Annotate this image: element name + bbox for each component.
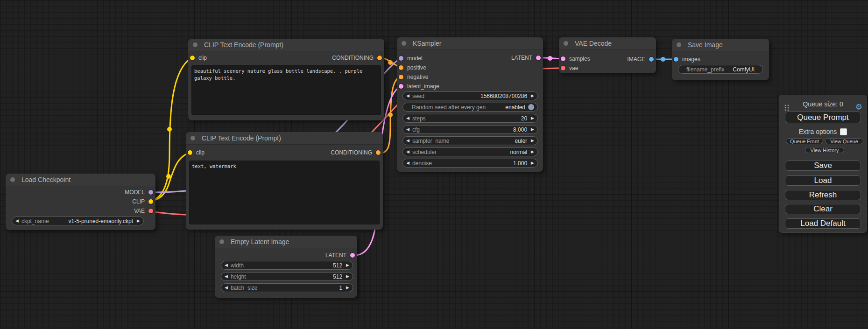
input-port-samples[interactable]: samples bbox=[561, 55, 590, 63]
collapse-dot-icon[interactable] bbox=[564, 41, 568, 46]
height-widget[interactable]: ◀ height 512 ▶ bbox=[221, 272, 353, 281]
batch-size-widget[interactable]: ◀ batch_size 1 ▶ bbox=[221, 283, 353, 292]
node-title-bar[interactable]: KSampler bbox=[397, 37, 543, 50]
widget-value[interactable]: normal bbox=[510, 149, 527, 155]
collapse-dot-icon[interactable] bbox=[402, 41, 406, 46]
node-clip-text-encode-negative[interactable]: CLIP Text Encode (Prompt) clip CONDITION… bbox=[186, 132, 383, 230]
node-title-bar[interactable]: CLIP Text Encode (Prompt) bbox=[188, 39, 384, 51]
vae-port-icon[interactable] bbox=[561, 66, 565, 70]
clip-port-icon[interactable] bbox=[148, 199, 153, 204]
collapse-dot-icon[interactable] bbox=[191, 136, 195, 140]
increment-arrow-icon[interactable]: ▶ bbox=[531, 91, 534, 100]
queue-prompt-button[interactable]: Queue Prompt bbox=[785, 112, 861, 123]
widget-value[interactable]: 1 bbox=[339, 285, 342, 291]
increment-arrow-icon[interactable]: ▶ bbox=[531, 136, 534, 145]
model-port-icon[interactable] bbox=[399, 56, 403, 61]
increment-arrow-icon[interactable]: ▶ bbox=[531, 147, 534, 156]
widget-value[interactable]: 1.000 bbox=[513, 160, 527, 167]
node-title-bar[interactable]: Load Checkpoint bbox=[6, 174, 155, 186]
node-ksampler[interactable]: KSampler model positive negative latent_… bbox=[397, 37, 543, 172]
decrement-arrow-icon[interactable]: ◀ bbox=[406, 136, 409, 145]
input-port-clip[interactable]: clip bbox=[188, 149, 205, 156]
output-port-clip[interactable]: CLIP bbox=[132, 198, 153, 205]
gear-icon[interactable]: ⚙ bbox=[855, 103, 862, 111]
decrement-arrow-icon[interactable]: ◀ bbox=[225, 283, 228, 292]
sampler-name-widget[interactable]: ◀ sampler_name euler ▶ bbox=[402, 136, 538, 145]
input-port-clip[interactable]: clip bbox=[190, 54, 207, 62]
node-vae-decode[interactable]: VAE Decode samples vae IMAGE bbox=[559, 37, 656, 73]
node-graph-canvas[interactable]: Load Checkpoint MODEL CLIP VAE ◀ ckpt_na… bbox=[0, 0, 868, 329]
decrement-arrow-icon[interactable]: ◀ bbox=[225, 272, 228, 281]
decrement-arrow-icon[interactable]: ◀ bbox=[406, 91, 409, 100]
node-clip-text-encode-positive[interactable]: CLIP Text Encode (Prompt) clip CONDITION… bbox=[188, 39, 384, 120]
output-port-latent[interactable]: LATENT bbox=[511, 54, 541, 62]
widget-value[interactable]: v1-5-pruned-emaonly.ckpt bbox=[69, 218, 134, 224]
latent-port-icon[interactable] bbox=[561, 56, 565, 61]
output-port-conditioning[interactable]: CONDITIONING bbox=[331, 149, 381, 156]
queue-front-button[interactable]: Queue Front bbox=[786, 138, 823, 144]
load-default-button[interactable]: Load Default bbox=[785, 218, 861, 229]
widget-value[interactable]: ComfyUI bbox=[733, 66, 755, 73]
image-port-icon[interactable] bbox=[649, 57, 654, 62]
input-port-positive[interactable]: positive bbox=[399, 64, 426, 71]
random-seed-toggle-widget[interactable]: Random seed after every gen enabled bbox=[402, 103, 538, 112]
increment-arrow-icon[interactable]: ▶ bbox=[346, 272, 349, 281]
output-port-image[interactable]: IMAGE bbox=[627, 56, 654, 63]
load-button[interactable]: Load bbox=[785, 175, 861, 186]
decrement-arrow-icon[interactable]: ◀ bbox=[225, 261, 228, 270]
width-widget[interactable]: ◀ width 512 ▶ bbox=[221, 261, 353, 270]
output-port-conditioning[interactable]: CONDITIONING bbox=[332, 54, 382, 62]
save-button[interactable]: Save bbox=[785, 161, 861, 171]
conditioning-port-icon[interactable] bbox=[399, 65, 403, 70]
filename-prefix-widget[interactable]: filename_prefix ComfyUI bbox=[678, 65, 763, 74]
collapse-dot-icon[interactable] bbox=[219, 239, 224, 244]
input-port-images[interactable]: images bbox=[674, 56, 700, 63]
node-title-bar[interactable]: Save Image bbox=[672, 39, 769, 51]
widget-value[interactable]: 8.000 bbox=[513, 126, 527, 133]
seed-widget[interactable]: ◀ seed 156680208700286 ▶ bbox=[402, 91, 538, 100]
model-port-icon[interactable] bbox=[148, 190, 153, 195]
conditioning-port-icon[interactable] bbox=[377, 56, 382, 60]
output-port-vae[interactable]: VAE bbox=[134, 207, 153, 215]
widget-value[interactable]: euler bbox=[515, 138, 527, 144]
refresh-button[interactable]: Refresh bbox=[785, 190, 861, 200]
latent-port-icon[interactable] bbox=[350, 253, 355, 258]
drag-handle-icon[interactable] bbox=[784, 104, 790, 112]
increment-arrow-icon[interactable]: ▶ bbox=[531, 114, 534, 123]
collapse-dot-icon[interactable] bbox=[193, 42, 198, 47]
widget-value[interactable]: 20 bbox=[521, 115, 527, 122]
decrement-arrow-icon[interactable]: ◀ bbox=[406, 114, 409, 123]
increment-arrow-icon[interactable]: ▶ bbox=[531, 159, 534, 168]
collapse-dot-icon[interactable] bbox=[10, 177, 15, 182]
negative-prompt-textarea[interactable]: text, watermark bbox=[189, 161, 380, 224]
image-port-icon[interactable] bbox=[674, 57, 678, 62]
view-queue-button[interactable]: View Queue bbox=[825, 138, 863, 144]
cfg-widget[interactable]: ◀ cfg 8.000 ▶ bbox=[402, 125, 538, 134]
view-history-button[interactable]: View History bbox=[805, 147, 844, 153]
increment-arrow-icon[interactable]: ▶ bbox=[531, 125, 534, 134]
input-port-latent-image[interactable]: latent_image bbox=[399, 83, 439, 90]
widget-value[interactable]: 512 bbox=[333, 273, 342, 280]
vae-port-icon[interactable] bbox=[148, 209, 153, 213]
increment-arrow-icon[interactable]: ▶ bbox=[346, 261, 349, 270]
scheduler-widget[interactable]: ◀ scheduler normal ▶ bbox=[402, 147, 538, 156]
output-port-latent[interactable]: LATENT bbox=[325, 252, 355, 259]
conditioning-port-icon[interactable] bbox=[399, 75, 403, 79]
clip-port-icon[interactable] bbox=[188, 150, 192, 155]
clip-port-icon[interactable] bbox=[190, 56, 195, 60]
positive-prompt-textarea[interactable]: beautiful scenery nature glass bottle la… bbox=[191, 65, 381, 115]
input-port-negative[interactable]: negative bbox=[399, 73, 428, 81]
node-title-bar[interactable]: VAE Decode bbox=[559, 37, 656, 50]
steps-widget[interactable]: ◀ steps 20 ▶ bbox=[402, 114, 538, 123]
latent-port-icon[interactable] bbox=[536, 56, 541, 60]
node-title-bar[interactable]: CLIP Text Encode (Prompt) bbox=[186, 132, 383, 145]
increment-arrow-icon[interactable]: ▶ bbox=[346, 283, 349, 292]
clear-button[interactable]: Clear bbox=[785, 204, 861, 214]
input-port-model[interactable]: model bbox=[399, 55, 423, 62]
ckpt-name-widget[interactable]: ◀ ckpt_name v1-5-pruned-emaonly.ckpt ▶ bbox=[12, 217, 144, 225]
node-load-checkpoint[interactable]: Load Checkpoint MODEL CLIP VAE ◀ ckpt_na… bbox=[6, 174, 155, 230]
decrement-arrow-icon[interactable]: ◀ bbox=[406, 125, 409, 134]
node-title-bar[interactable]: Empty Latent Image bbox=[215, 236, 357, 248]
toggle-enabled-icon[interactable] bbox=[528, 104, 534, 110]
latent-port-icon[interactable] bbox=[399, 84, 403, 89]
